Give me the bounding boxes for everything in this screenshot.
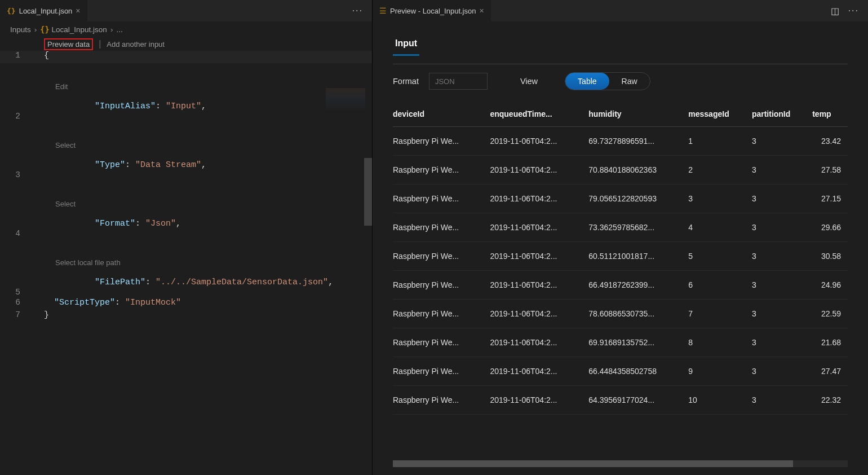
more-actions-button[interactable]: ··· [844, 3, 863, 18]
more-actions-button[interactable]: ··· [348, 3, 367, 18]
table-cell: 2019-11-06T04:2... [490, 213, 588, 242]
controls-row: Format View Table Raw [393, 72, 848, 90]
table-cell: 24.96 [812, 271, 848, 300]
tab-bar-right: ☰ Preview - Local_Input.json × ◫ ··· [373, 0, 868, 21]
table-cell: 66.49187262399... [588, 271, 688, 300]
code-text: { [44, 51, 49, 60]
table-cell: 30.58 [812, 242, 848, 271]
tab-title: Local_Input.json [19, 7, 73, 15]
code-key: "Format" [95, 219, 135, 228]
table-cell: 7 [688, 300, 752, 328]
toggle-raw-button[interactable]: Raw [609, 73, 650, 90]
table-cell: 3 [752, 357, 812, 386]
code-value: "../../SampleData/SensorData.json" [156, 278, 328, 287]
format-label: Format [393, 77, 419, 86]
table-row[interactable]: Raspberry Pi We...2019-11-06T04:2...66.4… [393, 271, 848, 300]
table-cell: 2019-11-06T04:2... [490, 156, 588, 184]
table-row[interactable]: Raspberry Pi We...2019-11-06T04:2...69.9… [393, 328, 848, 357]
close-icon[interactable]: × [479, 6, 484, 15]
code-value: "Json" [145, 219, 176, 228]
table-row[interactable]: Raspberry Pi We...2019-11-06T04:2...78.6… [393, 300, 848, 328]
table-cell: 2019-11-06T04:2... [490, 328, 588, 357]
inlay-hint: Select [44, 141, 206, 149]
table-cell: 69.91689135752... [588, 328, 688, 357]
table-cell: 2019-11-06T04:2... [490, 242, 588, 271]
table-cell: 1 [688, 127, 752, 156]
table-row[interactable]: Raspberry Pi We...2019-11-06T04:2...73.3… [393, 213, 848, 242]
table-cell: 21.68 [812, 328, 848, 357]
code-text: } [44, 310, 49, 320]
table-cell: Raspberry Pi We... [393, 386, 490, 415]
vertical-scrollbar[interactable] [364, 158, 372, 226]
table-cell: 69.73278896591... [588, 127, 688, 156]
divider [393, 64, 848, 64]
tab-bar-left: {} Local_Input.json × ··· [0, 0, 372, 21]
table-cell: 66.4484358502758 [588, 357, 688, 386]
table-row[interactable]: Raspberry Pi We...2019-11-06T04:2...60.5… [393, 242, 848, 271]
tab-local-input[interactable]: {} Local_Input.json × [0, 0, 88, 21]
codelens-row: Preview data | Add another input [0, 37, 372, 51]
code-value: "Data Stream" [135, 160, 201, 170]
toggle-table-button[interactable]: Table [565, 73, 609, 90]
table-cell: 27.47 [812, 357, 848, 386]
table-row[interactable]: Raspberry Pi We...2019-11-06T04:2...69.7… [393, 127, 848, 156]
bc-file[interactable]: Local_Input.json [52, 25, 107, 34]
table-row[interactable]: Raspberry Pi We...2019-11-06T04:2...64.3… [393, 386, 848, 415]
preview-panel: ☰ Preview - Local_Input.json × ◫ ··· Inp… [372, 0, 868, 475]
json-file-icon: {} [7, 7, 16, 15]
editor-area[interactable]: 1{ 2 Edit "InputAlias": "Input", 3 Selec… [0, 51, 372, 475]
table-cell: 2019-11-06T04:2... [490, 386, 588, 415]
breadcrumb[interactable]: Inputs › {} Local_Input.json › ... [0, 21, 372, 37]
bc-root[interactable]: Inputs [10, 25, 31, 34]
table-cell: 29.66 [812, 213, 848, 242]
table-cell: 8 [688, 328, 752, 357]
table-cell: 10 [688, 386, 752, 415]
table-row[interactable]: Raspberry Pi We...2019-11-06T04:2...70.8… [393, 156, 848, 184]
code-key: "ScriptType" [54, 298, 115, 307]
column-header[interactable]: humidity [588, 102, 688, 127]
code-key: "Type" [95, 160, 125, 170]
codelens-separator: | [99, 39, 101, 49]
inlay-hint: Edit [44, 82, 206, 91]
sub-tab-input[interactable]: Input [393, 33, 419, 56]
preview-file-icon: ☰ [379, 6, 387, 15]
tab-preview[interactable]: ☰ Preview - Local_Input.json × [373, 0, 491, 21]
table-cell: Raspberry Pi We... [393, 300, 490, 328]
table-cell: 2 [688, 156, 752, 184]
table-cell: 27.58 [812, 156, 848, 184]
column-header[interactable]: messageId [688, 102, 752, 127]
table-cell: 3 [688, 184, 752, 213]
format-input[interactable] [429, 73, 488, 90]
column-header[interactable]: partitionId [752, 102, 812, 127]
table-row[interactable]: Raspberry Pi We...2019-11-06T04:2...66.4… [393, 357, 848, 386]
horizontal-scrollbar[interactable] [393, 460, 848, 467]
table-cell: 27.15 [812, 184, 848, 213]
table-cell: Raspberry Pi We... [393, 242, 490, 271]
codelens-preview-data[interactable]: Preview data [44, 38, 93, 50]
table-cell: 22.59 [812, 300, 848, 328]
table-cell: 9 [688, 357, 752, 386]
editor-panel: {} Local_Input.json × ··· Inputs › {} Lo… [0, 0, 372, 475]
table-cell: 2019-11-06T04:2... [490, 300, 588, 328]
table-cell: Raspberry Pi We... [393, 127, 490, 156]
codelens-add-input[interactable]: Add another input [107, 40, 165, 49]
view-label: View [520, 77, 538, 86]
table-cell: 3 [752, 271, 812, 300]
minimap[interactable] [326, 88, 365, 111]
split-editor-icon[interactable]: ◫ [831, 6, 839, 16]
close-icon[interactable]: × [76, 6, 80, 15]
view-toggle: Table Raw [565, 72, 650, 90]
table-cell: 73.36259785682... [588, 213, 688, 242]
column-header[interactable]: enqueuedTime... [490, 102, 588, 127]
table-cell: 3 [752, 127, 812, 156]
column-header[interactable]: deviceId [393, 102, 490, 127]
table-cell: Raspberry Pi We... [393, 357, 490, 386]
inlay-hint: Select [44, 200, 181, 208]
table-row[interactable]: Raspberry Pi We...2019-11-06T04:2...79.0… [393, 184, 848, 213]
table-cell: 60.51121001817... [588, 242, 688, 271]
table-cell: 5 [688, 242, 752, 271]
column-header[interactable]: temp [812, 102, 848, 127]
table-cell: 78.60886530735... [588, 300, 688, 328]
table-cell: 70.8840188062363 [588, 156, 688, 184]
bc-tail[interactable]: ... [116, 25, 122, 34]
